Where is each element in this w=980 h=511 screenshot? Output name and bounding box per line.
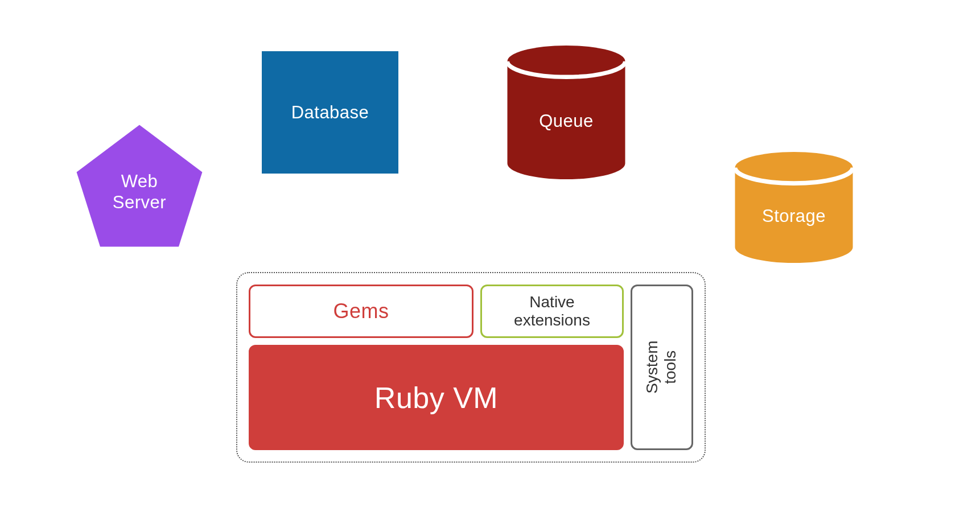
native-extensions-box: Native extensions [480, 285, 624, 338]
runtime-left-column: Gems Native extensions Ruby VM [249, 285, 624, 450]
ruby-vm-box: Ruby VM [249, 345, 624, 450]
web-server-label: Web Server [74, 171, 205, 213]
gems-label: Gems [333, 299, 389, 323]
runtime-container: Gems Native extensions Ruby VM System to… [236, 272, 706, 463]
queue-node: Queue [501, 46, 632, 179]
ruby-vm-label: Ruby VM [374, 381, 498, 415]
web-server-node: Web Server [74, 122, 205, 253]
database-label: Database [291, 102, 369, 123]
system-tools-box: System tools [631, 285, 693, 450]
queue-label: Queue [501, 111, 632, 131]
storage-label: Storage [728, 206, 859, 226]
gems-box: Gems [249, 285, 473, 338]
web-server-label-line1: Web [121, 171, 158, 191]
system-tools-label: System tools [644, 341, 680, 394]
database-node: Database [262, 51, 398, 174]
native-extensions-label: Native extensions [514, 293, 590, 329]
runtime-top-row: Gems Native extensions [249, 285, 624, 338]
web-server-label-line2: Server [113, 192, 166, 212]
storage-node: Storage [728, 152, 859, 263]
